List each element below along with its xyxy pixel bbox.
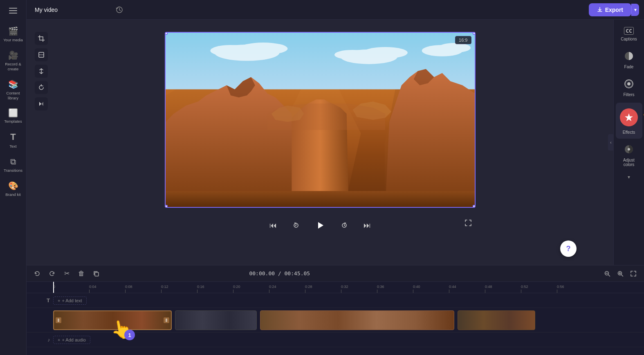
handle-bottom-left[interactable] [165, 205, 168, 208]
right-tool-captions[interactable]: CC Captions [616, 23, 642, 45]
sidebar-item-templates[interactable]: ⬜ Templates [1, 105, 25, 127]
svg-line-32 [622, 275, 623, 276]
video-clip-2[interactable] [175, 310, 257, 330]
your-media-icon: 🎬 [8, 26, 18, 36]
cut-button[interactable]: ✂ [61, 268, 72, 279]
main-content: Export ▾ [27, 0, 644, 355]
export-dropdown-button[interactable]: ▾ [631, 4, 639, 16]
ruler-mark-6: 0:24 [269, 285, 305, 293]
sidebar-item-transitions[interactable]: ⧉ Transitions [1, 154, 25, 176]
undo-button[interactable] [31, 268, 43, 279]
time-display: 00:00.00 / 00:45.05 [249, 270, 310, 276]
video-frame [166, 33, 475, 207]
brand-kit-icon: 🎨 [8, 181, 18, 191]
flip-tool-button[interactable] [35, 65, 48, 78]
sidebar-item-label-templates: Templates [4, 119, 22, 124]
zoom-in-button[interactable] [615, 268, 626, 279]
add-text-button[interactable]: + + Add text [53, 297, 87, 305]
duplicate-button[interactable] [90, 268, 102, 279]
svg-rect-27 [95, 272, 99, 276]
sidebar-item-content-library[interactable]: 📚 Content library [1, 76, 25, 103]
effects-active-indicator [620, 108, 638, 126]
svg-rect-1 [40, 37, 43, 40]
history-icon-btn[interactable] [113, 3, 126, 16]
trim-tool-button[interactable] [35, 48, 48, 61]
fast-forward-button[interactable] [337, 218, 352, 233]
sidebar-item-your-media[interactable]: 🎬 Your media [1, 23, 25, 45]
skip-to-end-button[interactable]: ⏭ [360, 218, 375, 233]
canvas-panel: 16:9 ⏮ [27, 20, 613, 265]
audio-track-icon: ♪ [47, 337, 50, 343]
video-clip-4[interactable] [458, 310, 535, 330]
ruler-mark-8: 0:32 [341, 285, 377, 293]
fullscreen-button[interactable] [461, 216, 476, 230]
plus-icon: + [58, 298, 60, 303]
clip-gap-2 [258, 310, 259, 330]
text-track-icon: T [47, 297, 50, 303]
video-clip-1[interactable] [53, 310, 172, 330]
adjust-colors-icon [624, 144, 634, 156]
redo-button[interactable] [46, 268, 58, 279]
audio-track-label: ♪ [27, 337, 53, 343]
sidebar-item-brand-kit[interactable]: 🎨 Brand kit [1, 178, 25, 200]
effects-section: Effects 👆 2 [616, 103, 642, 139]
right-tool-fade[interactable]: Fade [616, 47, 642, 73]
project-name-input[interactable] [31, 5, 110, 15]
mirror-tool-button[interactable] [35, 97, 48, 110]
hamburger-menu[interactable] [5, 3, 21, 18]
svg-line-29 [608, 275, 610, 276]
add-audio-button[interactable]: + + Add audio [53, 336, 90, 344]
play-pause-button[interactable] [312, 217, 329, 234]
ruler-mark-4: 0:16 [197, 285, 233, 293]
skip-to-start-button[interactable]: ⏮ [266, 218, 280, 233]
ruler-mark-9: 0:36 [377, 285, 413, 293]
sidebar-item-text[interactable]: T Text [1, 128, 25, 152]
handle-top-left[interactable] [165, 32, 168, 35]
text-track-label: T [27, 297, 53, 303]
canvas-toolbar [35, 32, 48, 110]
ruler-mark-2: 0:08 [125, 285, 161, 293]
help-button[interactable]: ? [560, 240, 577, 257]
right-tool-filters[interactable]: Filters [616, 75, 642, 101]
rewind-button[interactable] [289, 218, 303, 233]
handle-bottom-right[interactable] [473, 205, 476, 208]
right-sidebar-collapse-button[interactable]: ‹ [608, 134, 614, 151]
canyon-svg [166, 33, 475, 207]
export-button[interactable]: Export [589, 3, 631, 16]
right-tool-effects[interactable]: Effects [616, 103, 642, 139]
sidebar-item-label-brand-kit: Brand kit [5, 192, 21, 197]
video-clip-3[interactable] [260, 310, 454, 330]
clip-1-handle-right[interactable] [164, 317, 169, 323]
clip-gap-1 [173, 310, 174, 330]
text-icon: T [10, 132, 16, 142]
zoom-out-button[interactable] [601, 268, 613, 279]
sidebar-item-label-record-create: Record & create [2, 62, 24, 71]
sidebar-item-record-create[interactable]: 🎥 Record & create [1, 47, 25, 74]
plus-icon: + [58, 337, 60, 342]
svg-point-13 [210, 45, 251, 56]
delete-button[interactable]: 🗑 [76, 268, 87, 279]
svg-marker-9 [41, 102, 43, 106]
right-sidebar-expand-button[interactable]: ▾ [628, 174, 630, 180]
fade-label: Fade [624, 65, 634, 69]
current-time: 00:00.00 [249, 270, 275, 276]
clip-1-handle-left[interactable] [56, 317, 61, 323]
timeline-ruler: 0 0:04 0:08 0:12 0:16 [27, 282, 644, 293]
ruler-mark-1: 0:04 [89, 285, 125, 293]
handle-top-right[interactable] [473, 32, 476, 35]
crop-tool-button[interactable] [35, 32, 48, 45]
effects-label: Effects [623, 130, 635, 135]
rotate-tool-button[interactable] [35, 81, 48, 94]
video-preview[interactable] [165, 32, 476, 208]
adjust-colors-label: Adjust colors [617, 158, 641, 167]
total-time: 00:45.05 [285, 270, 310, 276]
clip-gap-3 [455, 310, 457, 330]
playback-controls: ⏮ [266, 217, 375, 234]
fit-to-screen-button[interactable] [628, 268, 639, 279]
sidebar-item-label-text: Text [9, 144, 16, 148]
timeline-toolbar: ✂ 🗑 00:00.00 / 00:45.05 [27, 265, 644, 282]
svg-point-16 [334, 50, 371, 60]
ruler-marks: 0 0:04 0:08 0:12 0:16 [53, 282, 593, 293]
right-tool-adjust-colors[interactable]: Adjust colors [616, 140, 642, 171]
playhead-indicator [53, 282, 54, 293]
